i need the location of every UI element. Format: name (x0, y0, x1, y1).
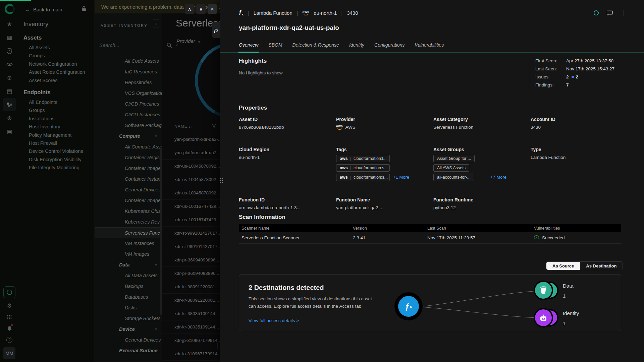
asset-group-chip[interactable]: Asset Group for ... (433, 155, 475, 162)
comment-icon[interactable] (607, 10, 613, 16)
properties-grid: Asset ID87c69b308a48232bdb Provider awsA… (239, 117, 628, 227)
first-seen-value: Apr 27th 2025 13:37:50 (566, 58, 613, 63)
scan-col-version: Version (350, 224, 425, 232)
tag-chip[interactable]: aws|cloudformation:s... (336, 164, 390, 172)
highlights-title: Highlights (239, 58, 267, 64)
more-options-icon[interactable]: ⋮ (621, 9, 627, 16)
asset-group-chip[interactable]: all-accounts-for-... (433, 174, 474, 181)
lambda-tab-icon[interactable]: ƒx (212, 22, 220, 38)
asset-type-label: Lambda Function (254, 10, 292, 16)
tags-more-link[interactable]: +1 More (393, 175, 409, 180)
function-name-value: yan-platform-xdr-qa2-... (336, 205, 433, 210)
progress-sliver (0, 0, 31, 1)
asset-title: yan-platform-xdr-qa2-uat-us-palo (239, 24, 339, 32)
success-check-icon: ✓ (534, 235, 539, 240)
tag-chip[interactable]: aws|cloudformation:l... (336, 155, 390, 162)
lambda-function-icon: ƒx (239, 9, 244, 16)
cloud-region-value: eu-north-1 (239, 155, 336, 160)
highlights-empty-text: No Highlights to show (239, 70, 283, 75)
asset-group-chip[interactable]: All AWS Assets (433, 164, 469, 172)
tab[interactable]: Detection & Response (292, 42, 339, 53)
scan-status-badge: ✓Succeeded (534, 235, 565, 240)
next-asset-button[interactable]: ∨ (196, 4, 206, 14)
issues-count[interactable]: 22 (566, 74, 578, 79)
identity-node-count: 1 (563, 320, 566, 326)
drawer-actions: ⋮ (594, 9, 627, 16)
aws-icon: aws (303, 10, 309, 15)
drawer-header: ƒx | Lambda Function | aws eu-north-1 | … (239, 9, 358, 16)
tab[interactable]: Overview (239, 42, 258, 53)
destinations-card: 2 Destinations detected This section sho… (239, 274, 621, 331)
previous-asset-button[interactable]: ∧ (185, 4, 194, 14)
drawer-tabs: OverviewSBOMDetection & ResponseIdentity… (239, 42, 444, 53)
scan-table: Scanner Name Version Last Scan Vulnerabi… (239, 224, 621, 244)
asset-detail-drawer: ƒx | Lambda Function | aws eu-north-1 | … (220, 0, 644, 362)
tag-chip[interactable]: aws|cloudformation:s... (336, 174, 390, 181)
properties-title: Properties (239, 105, 267, 111)
lambda-graph-node[interactable]: ƒx (394, 292, 423, 320)
account-id-label: 3430 (347, 10, 358, 16)
drawer-resize-handle[interactable] (220, 178, 223, 183)
lambda-function-icon: ƒx (398, 296, 419, 317)
region-label: eu-north-1 (314, 10, 337, 16)
drawer-navigation: ∧ ∨ × (185, 4, 217, 14)
data-graph-node[interactable] (534, 281, 559, 301)
aws-icon: aws (336, 125, 343, 130)
scanner-version: 2.3.41 (350, 232, 425, 243)
asset-groups-list: Asset Group for ...All AWS Assetsall-acc… (433, 155, 531, 181)
severity-dot-icon (572, 76, 574, 78)
tab[interactable]: SBOM (268, 42, 282, 53)
scan-row: Serverless Function Scanner 2.3.41 Nov 1… (239, 232, 621, 243)
last-seen-value: Nov 17th 2025 15:43:27 (566, 66, 614, 71)
toggle-option[interactable]: As Destination (580, 262, 623, 270)
tab[interactable]: Identity (349, 42, 364, 53)
destinations-title: 2 Destinations detected (249, 284, 324, 292)
access-direction-toggle: As SourceAs Destination (546, 261, 623, 270)
data-node-label: Data (563, 283, 574, 289)
bucket-icon (534, 281, 553, 300)
toggle-option[interactable]: As Source (546, 262, 580, 270)
identity-node-label: Identity (563, 310, 579, 316)
scan-col-vulns: Vulnerabilities (531, 224, 621, 232)
scan-information-title: Scan Information (239, 214, 285, 221)
tags-list: aws|cloudformation:l...aws|cloudformatio… (336, 155, 433, 181)
identity-graph-node[interactable] (534, 309, 559, 328)
findings-count[interactable]: 7 (566, 82, 569, 87)
view-access-details-link[interactable]: View full access details > (249, 318, 299, 323)
scan-col-lastscan: Last Scan (425, 224, 531, 232)
data-node-count: 1 (563, 293, 566, 299)
function-id-value: arn:aws:lambda:eu-north-1:3... (239, 205, 336, 210)
modal-dim-overlay (0, 0, 220, 362)
scanner-last-scan: Nov 17th 2025 11:29:57 (425, 232, 531, 243)
robot-icon (534, 308, 553, 327)
provider-value: AWS (345, 125, 355, 130)
scanner-name: Serverless Function Scanner (239, 232, 350, 243)
asset-id-value: 87c69b308a48232bdb (239, 125, 336, 130)
tab[interactable]: Configurations (374, 42, 405, 53)
type-value: Lambda Function (531, 155, 628, 160)
tab[interactable]: Vulnerabilities (415, 42, 444, 53)
copilot-action-icon[interactable] (594, 10, 599, 15)
scan-col-scanner: Scanner Name (239, 224, 350, 232)
close-icon[interactable]: × (208, 4, 217, 14)
asset-groups-more-link[interactable]: +7 More (490, 175, 506, 180)
asset-summary: First Seen:Apr 27th 2025 13:37:50 Last S… (529, 58, 620, 88)
asset-category-value: Serverless Function (433, 125, 531, 130)
destinations-description: This section shows a simplified view of … (249, 295, 379, 310)
function-runtime-value: python3.12 (433, 205, 531, 210)
account-id-value: 3430 (531, 125, 628, 130)
